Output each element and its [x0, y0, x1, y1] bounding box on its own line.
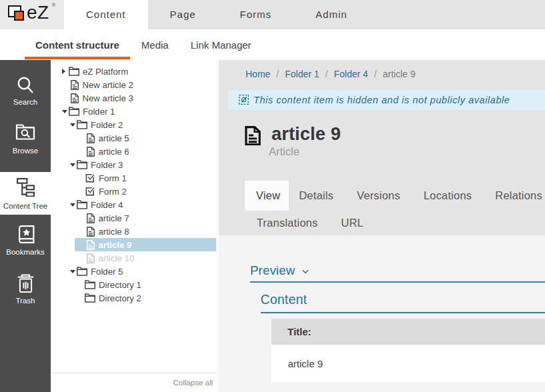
document-icon — [71, 80, 79, 90]
sidebar-item-label: Bookmarks — [6, 247, 45, 257]
sidebar-item-label: Search — [13, 97, 37, 107]
tree-item-label: article 9 — [99, 240, 132, 250]
form-icon — [85, 187, 95, 196]
top-nav: Content Page Forms Admin — [64, 0, 370, 29]
tree-item-directory-2[interactable]: Directory 2 — [51, 291, 216, 305]
content-section-divider — [261, 312, 545, 313]
folder-icon — [77, 200, 87, 209]
tree-item-article-6[interactable]: article 6 — [51, 145, 216, 158]
sidebar-item-label: Trash — [16, 296, 35, 305]
content-tree: eZ Platform New article 2 New article 3 … — [51, 60, 216, 305]
top-tab-admin[interactable]: Admin — [294, 0, 370, 29]
tree-item-form-2[interactable]: Form 2 — [51, 185, 216, 198]
tree-item-label: New article 2 — [83, 80, 133, 90]
tree-item-label: article 7 — [99, 213, 129, 223]
folder-icon — [69, 107, 79, 116]
folder-icon — [85, 280, 95, 289]
sidebar-item-trash[interactable]: Trash — [0, 274, 51, 305]
tab-url[interactable]: URL — [332, 211, 373, 235]
content-type-label: Article — [269, 145, 545, 158]
tree-item-folder-1[interactable]: Folder 1 — [51, 105, 216, 118]
document-icon — [87, 147, 95, 157]
logo[interactable]: eZ ® — [0, 0, 64, 29]
breadcrumb-folder-4[interactable]: Folder 4 — [334, 69, 368, 79]
logo-square-front-icon — [14, 11, 24, 21]
breadcrumb-home[interactable]: Home — [245, 69, 270, 79]
tab-relations[interactable]: Relations — [486, 181, 545, 211]
sidebar-item-label: Browse — [13, 146, 38, 155]
content-section-label: Content — [261, 292, 545, 307]
folder-icon — [77, 120, 87, 129]
subnav-link-manager[interactable]: Link Manager — [180, 29, 262, 60]
tab-view[interactable]: View — [245, 181, 289, 211]
collapse-all-button[interactable]: Collapse all — [173, 379, 213, 387]
folder-icon — [77, 267, 87, 276]
tree-item-article-7[interactable]: article 7 — [51, 211, 216, 225]
logo-registered-mark: ® — [52, 3, 55, 7]
preview-header[interactable]: Preview — [219, 263, 545, 278]
icon-sidebar: Search Browse Content Tree Bookmarks Tra… — [0, 60, 51, 392]
tree-item-directory-1[interactable]: Directory 1 — [51, 278, 216, 291]
folder-icon — [69, 67, 79, 76]
tree-item-label: Folder 3 — [91, 160, 123, 170]
tree-item-folder-5[interactable]: Folder 5 — [51, 265, 216, 278]
tree-item-label: article 8 — [99, 227, 129, 237]
tree-item-folder-3[interactable]: Folder 3 — [51, 158, 216, 171]
top-tab-content[interactable]: Content — [64, 0, 148, 29]
page-title: article 9 — [271, 124, 545, 144]
tree-item-ez-platform[interactable]: eZ Platform — [51, 65, 216, 78]
tree-item-article-9[interactable]: article 9 — [51, 238, 216, 251]
document-icon — [87, 213, 95, 223]
tree-item-article-10[interactable]: article 10 — [51, 251, 216, 265]
top-tab-page[interactable]: Page — [148, 0, 218, 29]
top-tab-forms[interactable]: Forms — [218, 0, 294, 29]
logo-text: eZ — [27, 2, 49, 23]
breadcrumb-separator: / — [270, 69, 285, 79]
bookmarks-icon — [17, 225, 35, 243]
breadcrumb-separator: / — [368, 69, 383, 79]
tree-item-folder-4[interactable]: Folder 4 — [51, 198, 216, 211]
tree-item-label: Form 2 — [99, 187, 127, 197]
tree-item-label: Directory 2 — [99, 293, 141, 303]
breadcrumb-separator: / — [320, 69, 334, 79]
preview-divider — [250, 281, 545, 283]
subnav-media[interactable]: Media — [131, 29, 179, 60]
tab-versions[interactable]: Versions — [348, 181, 409, 211]
tree-item-label: Folder 1 — [83, 107, 115, 117]
subnav-content-structure[interactable]: Content structure — [25, 29, 130, 60]
alert-text: This content item is hidden and is not p… — [253, 95, 510, 105]
tree-item-label: Folder 2 — [91, 120, 123, 130]
chevron-down-icon — [302, 269, 310, 274]
sidebar-item-search[interactable]: Search — [0, 75, 51, 107]
breadcrumb-folder-1[interactable]: Folder 1 — [285, 69, 319, 79]
document-icon — [87, 133, 95, 143]
tree-item-folder-2[interactable]: Folder 2 — [51, 118, 216, 131]
sidebar-item-bookmarks[interactable]: Bookmarks — [0, 225, 51, 257]
preview-label: Preview — [250, 263, 295, 278]
main-header: Home / Folder 1 / Folder 4 / article 9 T… — [219, 60, 545, 235]
sidebar-item-browse[interactable]: Browse — [0, 122, 51, 155]
tree-item-form-1[interactable]: Form 1 — [51, 171, 216, 185]
sidebar-item-label: Content Tree — [3, 201, 47, 211]
main-content: Home / Folder 1 / Folder 4 / article 9 T… — [219, 60, 545, 392]
tree-item-label: Folder 5 — [91, 267, 123, 277]
trash-icon — [17, 274, 34, 293]
tree-item-new-article-2[interactable]: New article 2 — [51, 78, 216, 91]
sub-nav: Content structure Media Link Manager — [0, 29, 545, 60]
tab-locations[interactable]: Locations — [414, 181, 480, 211]
title-box: article 9 Article — [219, 110, 545, 158]
sidebar-item-content-tree[interactable]: Content Tree — [0, 172, 51, 215]
content-tree-icon — [17, 178, 35, 197]
field-value-cell: article 9 — [271, 345, 545, 383]
tree-item-article-5[interactable]: article 5 — [51, 131, 216, 145]
breadcrumb: Home / Folder 1 / Folder 4 / article 9 — [219, 60, 545, 79]
tree-item-article-8[interactable]: article 8 — [51, 225, 216, 238]
folder-icon — [77, 160, 87, 169]
tree-item-label: article 5 — [99, 133, 129, 143]
tab-translations[interactable]: Translations — [247, 211, 327, 235]
top-bar: eZ ® Content Page Forms Admin — [0, 0, 545, 29]
tab-details[interactable]: Details — [290, 181, 343, 211]
document-icon — [87, 253, 95, 263]
content-tree-panel: eZ Platform New article 2 New article 3 … — [51, 60, 216, 392]
tree-item-new-article-3[interactable]: New article 3 — [51, 91, 216, 105]
